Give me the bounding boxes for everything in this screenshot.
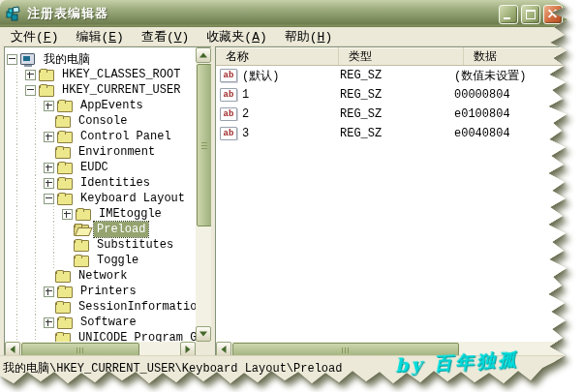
tree-item[interactable]: Preload bbox=[5, 222, 196, 237]
tree-item[interactable]: Control Panel bbox=[5, 129, 196, 144]
expand-plus-icon[interactable] bbox=[44, 317, 54, 328]
tree-item-label[interactable]: Substitutes bbox=[94, 237, 176, 253]
value-name-cell[interactable]: ab (默认) bbox=[216, 68, 328, 84]
tree-guide-line bbox=[5, 129, 23, 144]
value-name-cell[interactable]: ab 2 bbox=[216, 107, 328, 121]
collapse-minus-icon[interactable] bbox=[25, 85, 36, 96]
tree-guide-line bbox=[5, 191, 23, 206]
string-value-icon: ab bbox=[220, 69, 237, 82]
collapse-minus-icon[interactable] bbox=[7, 54, 17, 65]
tree-guide-line bbox=[5, 253, 23, 268]
tree-item[interactable]: Network bbox=[5, 268, 196, 284]
tree-item[interactable]: AppEvents bbox=[5, 98, 196, 113]
tree-item-label[interactable]: Keyboard Layout bbox=[77, 191, 188, 206]
expand-plus-icon[interactable] bbox=[25, 70, 36, 80]
folder-icon bbox=[57, 317, 73, 328]
folder-icon bbox=[55, 115, 71, 127]
tree-item-label[interactable]: AppEvents bbox=[77, 98, 146, 113]
tree-item[interactable]: EUDC bbox=[5, 160, 196, 175]
tree-item-label[interactable]: HKEY_CLASSES_ROOT bbox=[59, 67, 183, 82]
tree-item-label[interactable]: UNICODE Program Gro bbox=[76, 330, 196, 342]
menu-E[interactable]: 编辑(E) bbox=[67, 27, 132, 46]
folder-icon bbox=[39, 69, 54, 80]
tree-item[interactable]: HKEY_CURRENT_USER bbox=[5, 82, 196, 98]
tree-item-label[interactable]: 我的电脑 bbox=[41, 50, 93, 69]
column-header-data[interactable]: 数据 bbox=[464, 47, 581, 65]
tree-guide-line bbox=[5, 113, 23, 129]
tree-item-label[interactable]: IMEtoggle bbox=[96, 206, 165, 222]
tree-item[interactable]: Substitutes bbox=[5, 237, 196, 253]
tree-item[interactable]: UNICODE Program Gro bbox=[5, 330, 196, 342]
registry-value-row[interactable]: ab (默认) REG_SZ (数值未设置) bbox=[216, 66, 581, 85]
tree-item[interactable]: Printers bbox=[5, 284, 196, 299]
tree-guide-line bbox=[42, 237, 60, 253]
folder-icon bbox=[57, 177, 73, 189]
tree-item-label[interactable]: Toggle bbox=[94, 253, 141, 268]
tree-item[interactable]: Identities bbox=[5, 175, 196, 191]
value-name: 2 bbox=[242, 107, 249, 121]
menu-A[interactable]: 收藏夹(A) bbox=[198, 27, 275, 46]
tree-guide-line bbox=[5, 284, 23, 299]
tree-item-label[interactable]: Preload bbox=[94, 222, 148, 237]
column-header-name[interactable]: 名称 bbox=[216, 47, 339, 65]
tree-item[interactable]: SessionInformation bbox=[5, 299, 196, 315]
tree-item-label[interactable]: HKEY_CURRENT_USER bbox=[59, 82, 183, 98]
expand-plus-icon[interactable] bbox=[44, 132, 54, 142]
maximize-button[interactable] bbox=[521, 5, 540, 24]
expand-plus-icon[interactable] bbox=[44, 178, 54, 189]
tree-guide-line bbox=[5, 299, 23, 315]
value-type-cell: REG_SZ bbox=[328, 107, 443, 121]
tree-item-label[interactable]: Console bbox=[76, 113, 130, 129]
registry-value-row[interactable]: ab 2 REG_SZ e0100804 bbox=[216, 105, 581, 124]
value-name-cell[interactable]: ab 3 bbox=[216, 127, 328, 140]
registry-value-row[interactable]: ab 1 REG_SZ 00000804 bbox=[216, 85, 581, 105]
tree-item[interactable]: 我的电脑 bbox=[5, 51, 196, 67]
scroll-up-icon[interactable] bbox=[196, 47, 211, 63]
menu-F[interactable]: 文件(F) bbox=[2, 27, 67, 46]
tree-guide-line bbox=[42, 206, 60, 222]
expand-plus-icon[interactable] bbox=[44, 163, 54, 173]
tree-item-label[interactable]: Environment bbox=[76, 144, 158, 160]
tree-item[interactable]: IMEtoggle bbox=[5, 206, 196, 222]
tree-guide-line bbox=[5, 315, 23, 330]
expand-plus-icon[interactable] bbox=[44, 286, 54, 297]
minimize-button[interactable] bbox=[499, 5, 518, 24]
registry-value-row[interactable]: ab 3 REG_SZ e0040804 bbox=[216, 124, 581, 143]
folder-icon bbox=[55, 301, 71, 313]
tree-vertical-scrollbar[interactable] bbox=[196, 47, 212, 342]
value-type-cell: REG_SZ bbox=[328, 88, 443, 102]
tree-item-label[interactable]: Identities bbox=[77, 175, 153, 191]
scroll-right-icon[interactable] bbox=[566, 342, 581, 357]
expand-plus-icon[interactable] bbox=[62, 209, 73, 220]
tree-item[interactable]: Keyboard Layout bbox=[5, 191, 196, 206]
tree-item-label[interactable]: Control Panel bbox=[77, 129, 174, 144]
column-header-type[interactable]: 类型 bbox=[339, 47, 464, 65]
scroll-down-icon[interactable] bbox=[196, 326, 211, 342]
tree-guide-line bbox=[23, 129, 42, 144]
tree-guide-line bbox=[5, 67, 23, 82]
folder-icon bbox=[55, 270, 71, 282]
tree-guide-line bbox=[23, 253, 42, 268]
tree-item-label[interactable]: Software bbox=[77, 315, 139, 330]
tree-item[interactable]: Toggle bbox=[5, 253, 196, 268]
tree-item[interactable]: Software bbox=[5, 315, 196, 330]
tree-guide-line bbox=[23, 160, 42, 175]
tree-guide-line bbox=[23, 98, 42, 113]
tree-item[interactable]: Environment bbox=[5, 144, 196, 160]
tree-item[interactable]: Console bbox=[5, 113, 196, 129]
tree-guide-line bbox=[5, 330, 23, 342]
menu-H[interactable]: 帮助(H) bbox=[276, 27, 341, 46]
expand-plus-icon[interactable] bbox=[44, 101, 54, 111]
tree-item-label[interactable]: EUDC bbox=[77, 160, 111, 175]
close-button[interactable] bbox=[543, 5, 563, 24]
tree-vscroll-thumb[interactable] bbox=[197, 64, 212, 226]
tree-item-label[interactable]: Network bbox=[76, 268, 130, 284]
tree-guide-line bbox=[23, 191, 42, 206]
folder-icon bbox=[57, 100, 73, 111]
menu-V[interactable]: 查看(V) bbox=[133, 27, 198, 46]
tree-item-label[interactable]: Printers bbox=[77, 284, 139, 299]
collapse-minus-icon[interactable] bbox=[44, 194, 54, 204]
value-name-cell[interactable]: ab 1 bbox=[216, 88, 328, 102]
tree-item[interactable]: HKEY_CLASSES_ROOT bbox=[5, 67, 196, 82]
tree-item-label[interactable]: SessionInformation bbox=[76, 299, 196, 315]
